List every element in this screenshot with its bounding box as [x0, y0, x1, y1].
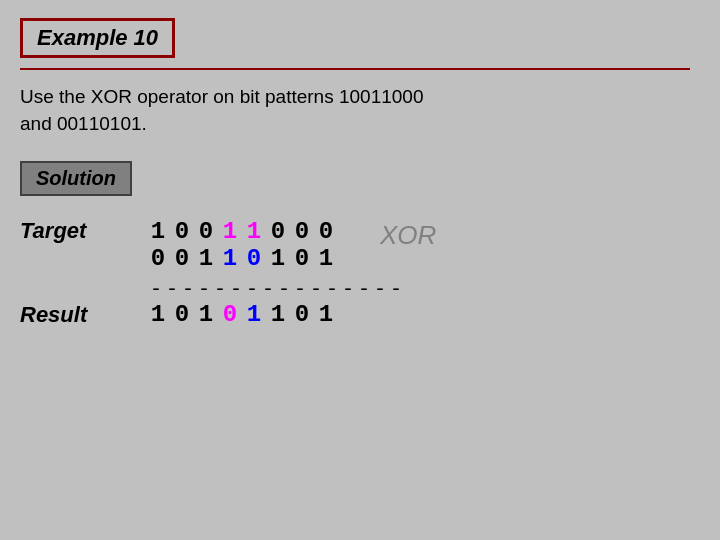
- content-area: Target 1 0 0 1 1 0 0 0 0 0 1 1 0: [20, 218, 690, 334]
- bit: 0: [294, 218, 316, 245]
- bit: 1: [246, 218, 268, 245]
- bit: 0: [174, 218, 196, 245]
- dashes: ----------------: [150, 278, 406, 301]
- bit: 1: [318, 301, 340, 328]
- result-label: Result: [20, 302, 150, 328]
- bit: 1: [270, 301, 292, 328]
- bit: 1: [198, 301, 220, 328]
- target-label: Target: [20, 218, 150, 244]
- bit: 0: [318, 218, 340, 245]
- bit: 1: [198, 245, 220, 272]
- bit: 0: [294, 301, 316, 328]
- bit: 0: [222, 301, 244, 328]
- bit: 0: [246, 245, 268, 272]
- title: Example 10: [37, 25, 158, 50]
- bit: 1: [246, 301, 268, 328]
- bit: 1: [150, 301, 172, 328]
- bit: 0: [174, 245, 196, 272]
- description: Use the XOR operator on bit patterns 100…: [20, 84, 690, 137]
- divider: [20, 68, 690, 70]
- title-box: Example 10: [20, 18, 175, 58]
- solution-label: Solution: [36, 167, 116, 189]
- slide: Example 10 Use the XOR operator on bit p…: [0, 0, 720, 540]
- xor-label: XOR: [380, 218, 436, 251]
- bit: 1: [270, 245, 292, 272]
- bit: 1: [222, 218, 244, 245]
- bit: 1: [222, 245, 244, 272]
- target-bit-row1: 1 0 0 1 1 0 0 0: [150, 218, 340, 245]
- description-line1: Use the XOR operator on bit patterns 100…: [20, 86, 423, 107]
- bit: 0: [198, 218, 220, 245]
- bit: 0: [150, 245, 172, 272]
- bit: 0: [174, 301, 196, 328]
- bit: 0: [270, 218, 292, 245]
- bit: 1: [150, 218, 172, 245]
- description-line2: and 00110101.: [20, 113, 147, 134]
- bit: 1: [318, 245, 340, 272]
- result-bits: 1 0 1 0 1 1 0 1: [150, 301, 340, 328]
- target-bit-row2: 0 0 1 1 0 1 0 1: [150, 245, 340, 272]
- bits-column: 1 0 0 1 1 0 0 0 0 0 1 1 0 1 0 1: [150, 218, 340, 272]
- dashes-row: ----------------: [20, 278, 690, 301]
- result-row: Result 1 0 1 0 1 1 0 1: [20, 301, 690, 328]
- bit: 0: [294, 245, 316, 272]
- solution-box: Solution: [20, 161, 132, 196]
- target-row: Target 1 0 0 1 1 0 0 0 0 0 1 1 0: [20, 218, 690, 272]
